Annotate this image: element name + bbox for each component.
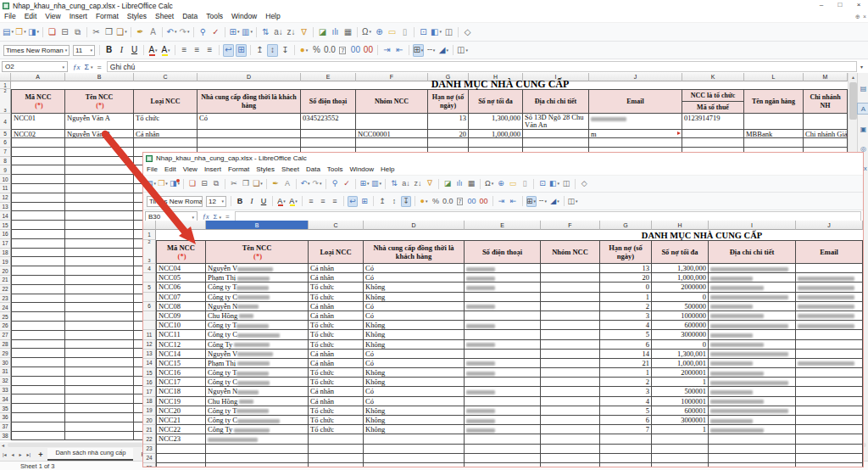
clone-formatting-icon[interactable]: ✒ xyxy=(270,178,281,189)
select-all-corner[interactable] xyxy=(0,73,11,81)
insert-column-icon[interactable]: ▥▾ xyxy=(242,25,253,38)
cell[interactable] xyxy=(11,285,65,294)
font-color-icon[interactable]: A▾ xyxy=(276,196,287,207)
row-header[interactable]: 21 xyxy=(0,276,11,285)
cell[interactable]: 4 xyxy=(600,321,652,330)
find-replace-icon[interactable]: ⚲ xyxy=(330,178,340,189)
bold-icon[interactable]: B xyxy=(235,196,245,207)
cell[interactable] xyxy=(428,138,469,148)
row-header[interactable]: 27 xyxy=(0,331,11,340)
row-header[interactable]: 37 xyxy=(0,422,11,432)
cell[interactable] xyxy=(11,211,65,221)
cell[interactable]: Có xyxy=(364,311,465,321)
menu-help[interactable]: Help xyxy=(261,11,284,22)
cell[interactable]: NCC01 xyxy=(11,114,65,130)
cell[interactable]: 1 xyxy=(652,378,709,387)
cell[interactable]: 0123914719 xyxy=(682,114,744,130)
cell[interactable]: 1,000,000 xyxy=(652,273,709,283)
cell[interactable]: NCC09 xyxy=(156,311,206,321)
cell[interactable]: 14 xyxy=(600,350,652,359)
cell[interactable] xyxy=(465,463,541,467)
sheet-tab[interactable]: Danh sách nhà cung cấp xyxy=(47,448,133,461)
row-header[interactable]: 8 xyxy=(0,157,11,166)
cell[interactable] xyxy=(11,404,65,413)
cell[interactable]: 600000 xyxy=(652,321,709,330)
cell[interactable] xyxy=(541,293,600,302)
redo-icon[interactable]: ↷▾ xyxy=(312,178,322,189)
cell[interactable]: NCC05 xyxy=(156,273,206,283)
comment-icon[interactable]: ▭ xyxy=(508,178,518,189)
delete-decimal-icon[interactable]: 00 xyxy=(479,196,489,207)
cell[interactable] xyxy=(465,283,541,292)
cell[interactable] xyxy=(206,463,309,467)
autofilter-icon[interactable]: ∇ xyxy=(298,25,309,38)
cell[interactable] xyxy=(65,312,134,322)
border-style-icon[interactable]: ╌▾ xyxy=(426,44,437,57)
cell[interactable] xyxy=(198,130,301,138)
row-header[interactable]: 25 xyxy=(0,312,11,322)
cell[interactable] xyxy=(65,175,134,184)
cell[interactable]: MBBank xyxy=(744,130,804,138)
close-document-icon[interactable]: × xyxy=(863,11,866,22)
cell[interactable] xyxy=(709,368,796,378)
cell[interactable] xyxy=(465,302,541,311)
cell[interactable] xyxy=(709,378,796,387)
cell[interactable] xyxy=(65,203,134,212)
print-preview-icon[interactable]: ⧉ xyxy=(72,25,83,38)
expand-formula-bar-icon[interactable]: ▾ xyxy=(857,64,866,70)
cell[interactable]: Không xyxy=(364,321,465,330)
pivot-table-icon[interactable]: ▦ xyxy=(342,25,353,38)
cell[interactable] xyxy=(301,138,356,148)
cell[interactable] xyxy=(465,311,541,321)
row-header[interactable]: 21 xyxy=(143,425,156,434)
undo-icon[interactable]: ↶▾ xyxy=(300,178,310,189)
table-header-cell[interactable]: Tên ngân hàng xyxy=(744,89,804,114)
cell[interactable] xyxy=(709,359,796,368)
cell[interactable] xyxy=(541,397,600,406)
cell[interactable]: Công ty C xyxy=(206,416,309,425)
insert-chart-icon[interactable]: ılı xyxy=(330,25,341,38)
row-header[interactable]: 38 xyxy=(0,432,11,441)
autofilter-icon[interactable]: ∇ xyxy=(425,178,435,189)
cell[interactable]: Số 13D Ngõ 28 Chu Văn An xyxy=(523,114,589,130)
cell[interactable] xyxy=(523,138,589,148)
cell[interactable] xyxy=(65,211,134,221)
decrease-indent-icon[interactable]: ⇤ xyxy=(509,196,519,207)
cell[interactable]: NCC16 xyxy=(156,368,206,378)
row-header[interactable]: 11 xyxy=(0,184,11,193)
menu-format[interactable]: Format xyxy=(92,11,123,22)
cell[interactable]: Có xyxy=(364,387,465,396)
export-pdf-icon[interactable]: ❏ xyxy=(47,25,58,38)
cell[interactable] xyxy=(682,138,744,148)
cell[interactable] xyxy=(541,425,600,434)
row-header[interactable]: 1 xyxy=(0,81,11,89)
menu-data[interactable]: Data xyxy=(303,164,324,175)
table-header-cell[interactable]: Địa chỉ chi tiết xyxy=(523,89,589,114)
cell[interactable] xyxy=(11,386,65,395)
menu-tools[interactable]: Tools xyxy=(202,11,227,22)
sheet-nav-first-icon[interactable]: |◂ xyxy=(0,450,9,461)
date-format-icon[interactable]: 7 xyxy=(455,196,465,207)
cell[interactable] xyxy=(11,312,65,322)
cell[interactable]: 1000000 xyxy=(652,311,709,321)
cell[interactable]: 600001 xyxy=(652,406,709,416)
cell[interactable] xyxy=(709,397,796,406)
cell[interactable]: NCC00001 xyxy=(356,130,428,138)
italic-icon[interactable]: I xyxy=(116,44,127,57)
cell[interactable] xyxy=(744,138,804,148)
scroll-left-icon[interactable]: ◂ xyxy=(0,442,6,448)
special-character-icon[interactable]: Ω▾ xyxy=(484,178,494,189)
function-wizard-icon[interactable]: ƒx xyxy=(203,213,209,221)
cell[interactable] xyxy=(11,331,65,340)
cell[interactable] xyxy=(11,165,65,175)
cell[interactable]: 21 xyxy=(600,359,652,368)
cell[interactable]: 0 xyxy=(652,340,709,350)
cell[interactable] xyxy=(11,322,65,331)
cell[interactable] xyxy=(65,349,134,358)
cell[interactable] xyxy=(709,273,796,283)
row-header[interactable]: 16 xyxy=(143,378,156,387)
cell[interactable]: Tổ chức xyxy=(309,293,364,302)
insert-row-icon[interactable]: ⊞▾ xyxy=(229,25,240,38)
table-header-cell[interactable]: Nhóm NCC xyxy=(541,240,600,264)
cell[interactable] xyxy=(134,138,198,148)
